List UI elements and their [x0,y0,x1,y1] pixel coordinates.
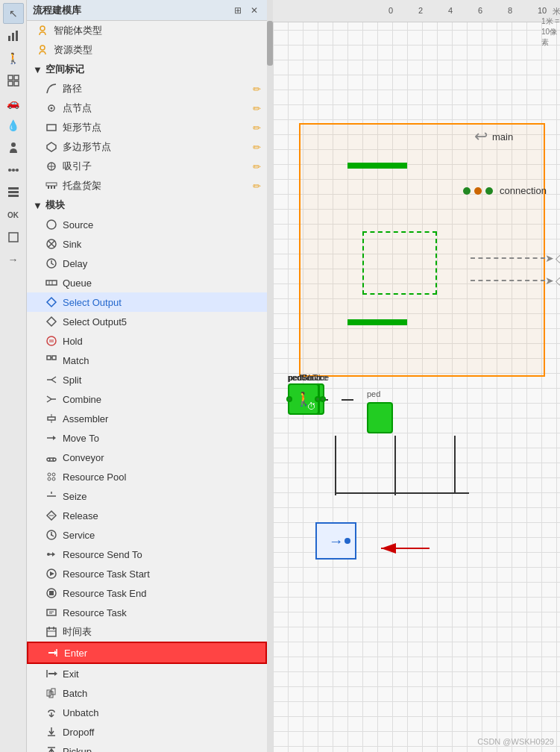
module-resource-pool[interactable]: Resource Pool [27,467,267,486]
module-conveyor[interactable]: Conveyor [27,448,267,467]
svg-marker-72 [50,571,54,576]
spatial-item-rect[interactable]: 矩形节点 ✏ [27,118,267,137]
path-edit-icon[interactable]: ✏ [253,84,261,95]
canvas-area[interactable]: 0 2 4 6 8 10 1米 = 10像素 米 ↩ main connecti… [273,0,560,752]
module-delay[interactable]: Delay [27,254,267,273]
category-modules-header[interactable]: ▼ 模块 [27,195,267,215]
unbatch-label: Unbatch [63,707,261,718]
toolbar-btn-person[interactable] [3,137,24,158]
enter-block[interactable]: → [315,522,356,560]
res-task-start-label: Resource Task Start [63,568,261,580]
svg-line-47 [47,399,51,402]
module-schedule[interactable]: 时间表 [27,622,267,642]
match-icon [45,354,58,367]
svg-point-9 [12,169,15,172]
module-hold[interactable]: Hold [27,331,267,351]
module-split[interactable]: Split [27,370,267,389]
res-send-to-label: Resource Send To [63,549,261,560]
module-dropoff[interactable]: Dropoff [27,722,267,742]
schedule-label: 时间表 [63,625,261,639]
attractor-edit-icon[interactable]: ✏ [253,161,261,172]
connection-node: connection [463,185,547,196]
match-label: Match [63,355,261,366]
module-release[interactable]: Release [27,506,267,525]
release-label: Release [63,510,261,521]
module-batch[interactable]: Batch [27,683,267,703]
category-spatial-header[interactable]: ▼ 空间标记 [27,60,267,79]
service-label: Service [63,530,261,541]
pallet-edit-icon[interactable]: ✏ [253,181,261,192]
svg-point-18 [40,46,45,50]
module-select-output5[interactable]: Select Output5 [27,312,267,331]
ped-label: ped [367,389,380,398]
ped-vert-line-2 [394,436,396,495]
module-enter[interactable]: Enter [27,642,267,664]
svg-point-59 [52,473,55,476]
batch-label: Batch [63,688,261,699]
toolbar-btn-drop[interactable]: 💧 [3,115,24,136]
main-label: main [492,131,513,142]
scrollbar-track[interactable] [267,0,273,752]
panel-grid-icon[interactable]: ⊞ [231,4,245,17]
toolbar-btn-flow[interactable] [3,160,24,181]
module-move-to[interactable]: Move To [27,428,267,448]
pickup-label: Pickup [63,746,261,753]
rect-edit-icon[interactable]: ✏ [253,122,261,134]
category-agent-types[interactable]: 智能体类型 [27,21,267,40]
toolbar-btn-grid[interactable] [3,70,24,91]
module-source[interactable]: Source [27,215,267,234]
ped-wait-label: pedWait [289,373,318,382]
svg-marker-86 [54,671,57,676]
toolbar-btn-chart[interactable] [3,25,24,46]
module-sink[interactable]: Sink [27,234,267,254]
enter-dot [345,538,350,544]
ped-nodes-row: pedSource 🚶 pedService 🚶 🔒 pedGoTo 🚶 [288,373,393,433]
spatial-item-poly[interactable]: 多边形节点 ✏ [27,137,267,157]
module-seize[interactable]: Seize [27,486,267,506]
toolbar-btn-ok[interactable]: OK [3,204,24,225]
spatial-item-pallet[interactable]: 托盘货架 ✏ [27,176,267,195]
module-select-output[interactable]: Select Output [27,292,267,312]
module-service[interactable]: Service [27,525,267,545]
res-task-end-icon [45,586,58,600]
toolbar-btn-cursor[interactable]: ↖ [3,3,24,24]
module-match[interactable]: Match [27,351,267,370]
svg-point-10 [16,169,19,172]
module-combine[interactable]: Combine [27,389,267,409]
ped-vert-line-1 [335,436,336,495]
category-resource-types[interactable]: 资源类型 [27,40,267,60]
panel-scroll[interactable]: 智能体类型 资源类型 ▼ 空间标记 路径 ✏ [27,21,267,752]
module-pickup[interactable]: Pickup [27,742,267,752]
res-send-to-icon [45,548,58,561]
pallet-label: 托盘货架 [63,179,248,192]
toolbar-btn-arrow[interactable]: → [3,249,24,270]
toolbar-btn-box[interactable] [3,227,24,248]
module-res-task-end[interactable]: Resource Task End [27,583,267,603]
scrollbar-thumb[interactable] [267,21,273,66]
point-edit-icon[interactable]: ✏ [253,103,261,114]
unbatch-icon [45,706,58,719]
module-unbatch[interactable]: Unbatch [27,703,267,722]
toolbar-btn-walk[interactable]: 🚶 [3,48,24,69]
toolbar-btn-bar[interactable] [3,182,24,203]
svg-marker-36 [47,298,56,307]
module-res-task-start[interactable]: Resource Task Start [27,564,267,583]
delay-icon [45,257,58,270]
spatial-item-path[interactable]: 路径 ✏ [27,79,267,98]
module-queue[interactable]: Queue [27,273,267,292]
panel-header-icons: ⊞ ✕ [231,4,261,17]
poly-edit-icon[interactable]: ✏ [253,142,261,153]
toolbar-btn-car[interactable]: 🚗 [3,93,24,113]
module-res-task[interactable]: Resource Task [27,603,267,622]
sink-label: Sink [63,239,261,250]
panel-close-icon[interactable]: ✕ [248,4,261,17]
rect-icon [45,121,58,134]
conveyor-label: Conveyor [63,452,261,463]
spatial-item-point[interactable]: 点节点 ✏ [27,98,267,118]
svg-rect-13 [8,187,19,189]
module-exit[interactable]: Exit [27,664,267,683]
module-res-send-to[interactable]: Resource Send To [27,545,267,564]
combine-label: Combine [63,394,261,405]
spatial-item-attractor[interactable]: 吸引子 ✏ [27,157,267,176]
module-assembler[interactable]: Assembler [27,409,267,428]
